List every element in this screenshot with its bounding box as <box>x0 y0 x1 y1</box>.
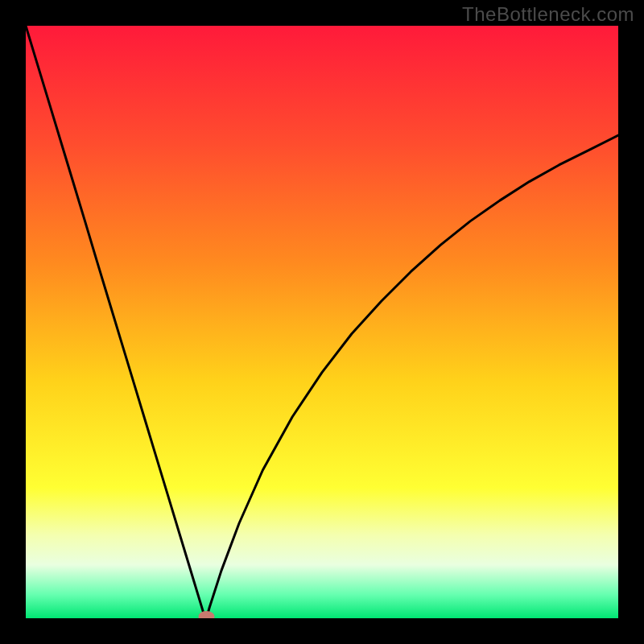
watermark-text: TheBottleneck.com <box>462 3 634 26</box>
chart-svg <box>26 26 618 618</box>
chart-plot-area <box>26 26 618 618</box>
chart-frame: TheBottleneck.com <box>0 0 644 644</box>
